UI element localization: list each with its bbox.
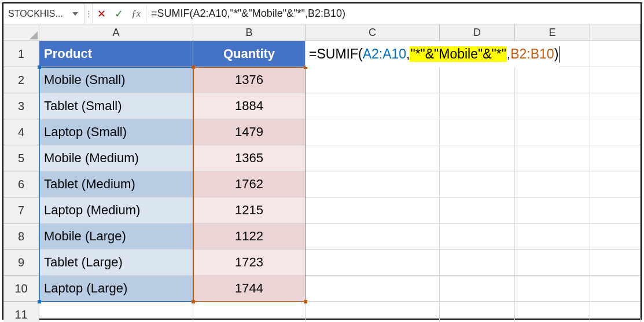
column-header-row: A B C D E [3,24,641,41]
cell-E3[interactable] [515,93,590,119]
row-header-3[interactable]: 3 [3,93,39,119]
cell-B5[interactable]: 1365 [193,145,306,171]
cell-F2[interactable] [590,67,641,93]
cell-A5[interactable]: Mobile (Medium) [39,145,193,171]
cell-A10[interactable]: Laptop (Large) [39,276,193,302]
name-box-text: STOCKHIS... [8,9,63,19]
row-header-2[interactable]: 2 [3,67,39,93]
cell-B6[interactable]: 1762 [193,171,306,197]
row-header-8[interactable]: 8 [3,224,39,250]
col-header-E[interactable]: E [515,24,590,41]
cell-A6[interactable]: Tablet (Medium) [39,171,193,197]
cell-A8[interactable]: Mobile (Large) [39,224,193,250]
formula-range1: A2:A10 [363,46,406,62]
table-row: 5 Mobile (Medium) 1365 [3,145,641,171]
cell-D6[interactable] [440,171,515,197]
cell-F1[interactable] [590,41,641,67]
row-header-7[interactable]: 7 [3,197,39,224]
cell-B11[interactable] [193,302,306,322]
col-header-D[interactable]: D [440,24,515,41]
cell-C6[interactable] [306,171,440,197]
cell-D3[interactable] [440,93,515,119]
corner-triangle-icon [30,31,38,39]
cell-A1[interactable]: Product [39,41,193,67]
cell-A9[interactable]: Tablet (Large) [39,250,193,276]
cell-E5[interactable] [515,145,590,171]
row-header-11[interactable]: 11 [3,302,39,322]
cell-F10[interactable] [590,276,641,302]
cell-A4[interactable]: Laptop (Small) [39,119,193,145]
cell-E10[interactable] [515,276,590,302]
cell-F9[interactable] [590,250,641,276]
table-row: 3 Tablet (Small) 1884 [3,93,641,119]
cell-D5[interactable] [440,145,515,171]
table-row: 6 Tablet (Medium) 1762 [3,171,641,197]
select-all-corner[interactable] [3,24,39,41]
cell-C7[interactable] [306,197,440,224]
row-header-4[interactable]: 4 [3,119,39,145]
col-header-A[interactable]: A [39,24,193,41]
cell-A3[interactable]: Tablet (Small) [39,93,193,119]
chevron-down-icon[interactable] [71,10,79,18]
cell-C11[interactable] [306,302,440,322]
spreadsheet-grid: A B C D E 1 Product Quantity 2 Mobile (S… [3,24,641,322]
cell-C5[interactable] [306,145,440,171]
cell-E7[interactable] [515,197,590,224]
cell-B10[interactable]: 1744 [193,276,306,302]
cell-F8[interactable] [590,224,641,250]
cell-D9[interactable] [440,250,515,276]
cell-B2[interactable]: 1376 [193,67,306,93]
cell-F11[interactable] [590,302,641,322]
col-header-F[interactable] [590,24,641,41]
name-box[interactable]: STOCKHIS... [3,3,84,24]
row-header-9[interactable]: 9 [3,250,39,276]
col-header-B[interactable]: B [193,24,306,41]
row-header-10[interactable]: 10 [3,276,39,302]
text-cursor-icon [559,46,560,63]
cell-F3[interactable] [590,93,641,119]
cell-B9[interactable]: 1723 [193,250,306,276]
cell-D10[interactable] [440,276,515,302]
cell-E8[interactable] [515,224,590,250]
cell-A7[interactable]: Laptop (Medium) [39,197,193,224]
cell-D7[interactable] [440,197,515,224]
enter-icon[interactable]: ✓ [110,3,127,24]
cell-D8[interactable] [440,224,515,250]
cell-D2[interactable] [440,67,515,93]
row-header-5[interactable]: 5 [3,145,39,171]
cell-F4[interactable] [590,119,641,145]
col-header-C[interactable]: C [306,24,440,41]
cell-A2[interactable]: Mobile (Small) [39,67,193,93]
cell-E4[interactable] [515,119,590,145]
cell-D4[interactable] [440,119,515,145]
cell-A11[interactable] [39,302,193,322]
cell-F7[interactable] [590,197,641,224]
in-cell-formula-edit[interactable]: =SUMIF(A2:A10,"*"&"Mobile"&"*",B2:B10) [306,41,560,67]
row-header-6[interactable]: 6 [3,171,39,197]
fx-icon[interactable]: ƒx [127,3,145,24]
cell-B7[interactable]: 1215 [193,197,306,224]
cell-F6[interactable] [590,171,641,197]
cell-C2[interactable] [306,67,440,93]
cell-B3[interactable]: 1884 [193,93,306,119]
cell-C10[interactable] [306,276,440,302]
cell-E6[interactable] [515,171,590,197]
cell-C9[interactable] [306,250,440,276]
formula-range2: B2:B10 [510,46,554,62]
cell-B4[interactable]: 1479 [193,119,306,145]
separator-icon: ⋮ [84,3,93,24]
row-header-1[interactable]: 1 [3,41,39,67]
cancel-icon[interactable]: ✕ [93,3,110,24]
formula-input[interactable]: =SUMIF(A2:A10,"*"&"Mobile"&"*",B2:B10) [148,3,641,24]
cell-C8[interactable] [306,224,440,250]
table-row: 9 Tablet (Large) 1723 [3,250,641,276]
cell-C4[interactable] [306,119,440,145]
cell-B8[interactable]: 1122 [193,224,306,250]
cell-F5[interactable] [590,145,641,171]
cell-C3[interactable] [306,93,440,119]
cell-B1[interactable]: Quantity [193,41,306,67]
cell-D11[interactable] [440,302,515,322]
cell-E2[interactable] [515,67,590,93]
cell-E9[interactable] [515,250,590,276]
cell-E11[interactable] [515,302,590,322]
